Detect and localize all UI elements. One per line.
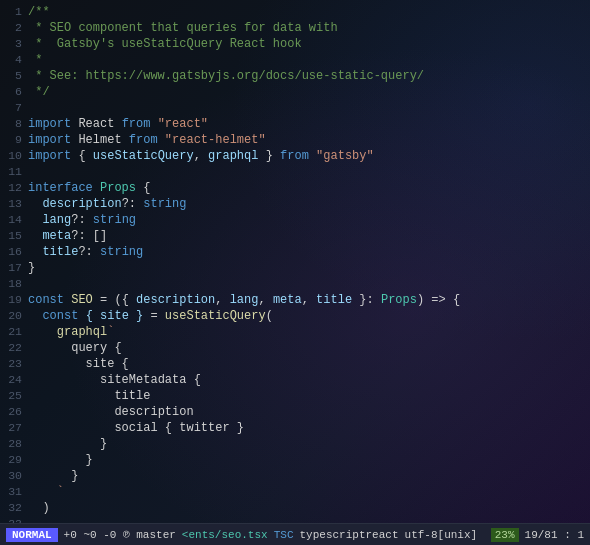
git-status: +0 ~0 -0 ℗ master: [64, 528, 176, 541]
code-line-11: [28, 164, 590, 180]
code-line-32: ): [28, 500, 590, 516]
code-line-12: interface Props {: [28, 180, 590, 196]
line-number-6: 6: [0, 84, 22, 100]
line-number-11: 11: [0, 164, 22, 180]
line-number-14: 14: [0, 212, 22, 228]
code-line-17: }: [28, 260, 590, 276]
code-line-21: graphql`: [28, 324, 590, 340]
code-line-4: *: [28, 52, 590, 68]
editor-mode: NORMAL: [6, 528, 58, 542]
code-line-15: meta?: []: [28, 228, 590, 244]
file-path: <ents/seo.tsx: [182, 529, 268, 541]
code-line-2: * SEO component that queries for data wi…: [28, 20, 590, 36]
code-line-9: import Helmet from "react-helmet": [28, 132, 590, 148]
line-number-10: 10: [0, 148, 22, 164]
line-number-2: 2: [0, 20, 22, 36]
code-line-10: import { useStaticQuery, graphql } from …: [28, 148, 590, 164]
line-number-3: 3: [0, 36, 22, 52]
line-number-28: 28: [0, 436, 22, 452]
line-number-32: 32: [0, 500, 22, 516]
code-line-28: }: [28, 436, 590, 452]
line-number-33: 33: [0, 516, 22, 523]
line-number-26: 26: [0, 404, 22, 420]
code-line-14: lang?: string: [28, 212, 590, 228]
line-number-17: 17: [0, 260, 22, 276]
line-number-8: 8: [0, 116, 22, 132]
line-number-22: 22: [0, 340, 22, 356]
code-line-16: title?: string: [28, 244, 590, 260]
code-line-19: const SEO = ({ description, lang, meta, …: [28, 292, 590, 308]
line-number-15: 15: [0, 228, 22, 244]
line-number-16: 16: [0, 244, 22, 260]
code-line-5: * See: https://www.gatsbyjs.org/docs/use…: [28, 68, 590, 84]
line-number-27: 27: [0, 420, 22, 436]
code-line-29: }: [28, 452, 590, 468]
line-number-31: 31: [0, 484, 22, 500]
status-bar: NORMAL +0 ~0 -0 ℗ master <ents/seo.tsx T…: [0, 523, 590, 545]
code-content[interactable]: /** * SEO component that queries for dat…: [28, 0, 590, 523]
code-line-23: site {: [28, 356, 590, 372]
line-number-13: 13: [0, 196, 22, 212]
code-line-3: * Gatsby's useStaticQuery React hook: [28, 36, 590, 52]
code-line-7: [28, 100, 590, 116]
line-number-24: 24: [0, 372, 22, 388]
line-number-5: 5: [0, 68, 22, 84]
line-number-21: 21: [0, 324, 22, 340]
lsp-indicator: TSC: [274, 529, 294, 541]
code-line-8: import React from "react": [28, 116, 590, 132]
line-number-7: 7: [0, 100, 22, 116]
line-number-18: 18: [0, 276, 22, 292]
code-line-18: [28, 276, 590, 292]
line-number-20: 20: [0, 308, 22, 324]
code-line-6: */: [28, 84, 590, 100]
language-indicator: typescriptreact: [300, 529, 399, 541]
code-line-24: siteMetadata {: [28, 372, 590, 388]
code-area[interactable]: 1234567891011121314151617181920212223242…: [0, 0, 590, 523]
code-line-27: social { twitter }: [28, 420, 590, 436]
code-line-20: const { site } = useStaticQuery(: [28, 308, 590, 324]
code-line-30: }: [28, 468, 590, 484]
code-line-22: query {: [28, 340, 590, 356]
line-number-9: 9: [0, 132, 22, 148]
line-number-12: 12: [0, 180, 22, 196]
code-line-26: description: [28, 404, 590, 420]
line-number-25: 25: [0, 388, 22, 404]
zoom-level: 23%: [491, 528, 519, 542]
encoding-indicator: utf-8[unix]: [405, 529, 478, 541]
code-line-31: `: [28, 484, 590, 500]
code-line-13: description?: string: [28, 196, 590, 212]
line-number-29: 29: [0, 452, 22, 468]
code-line-1: /**: [28, 4, 590, 20]
line-number-1: 1: [0, 4, 22, 20]
line-number-4: 4: [0, 52, 22, 68]
line-number-19: 19: [0, 292, 22, 308]
cursor-position: 19/81 : 1: [525, 529, 584, 541]
line-numbers: 1234567891011121314151617181920212223242…: [0, 0, 28, 523]
line-number-23: 23: [0, 356, 22, 372]
editor-container: 1234567891011121314151617181920212223242…: [0, 0, 590, 545]
code-line-25: title: [28, 388, 590, 404]
line-number-30: 30: [0, 468, 22, 484]
code-line-33: [28, 516, 590, 523]
